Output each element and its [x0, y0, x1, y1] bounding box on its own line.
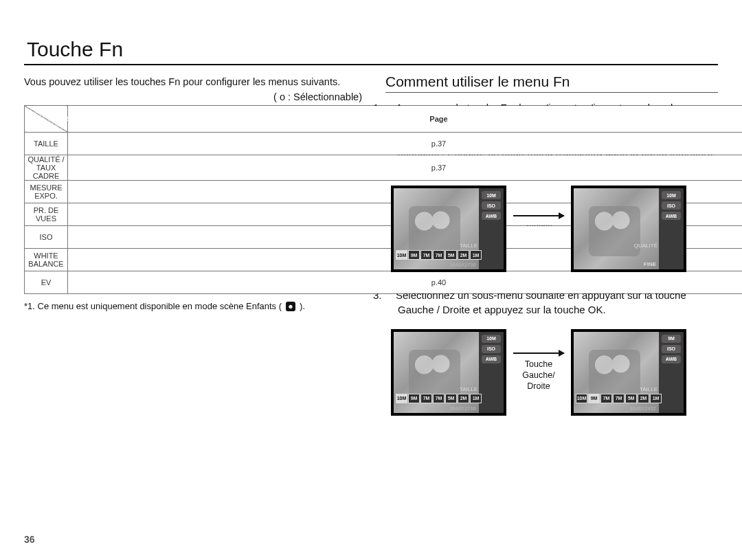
size-chip: 7M: [420, 394, 432, 403]
lcd-screen-4: 9M ISO AWB TAILLE 10M9M7M7M5M2M1M 3648X2…: [571, 329, 686, 416]
footnote-text-1: *1. Ce menu est uniquement disponible en…: [24, 301, 282, 311]
size-chip: 10M: [576, 394, 587, 403]
size-chip: 7M: [613, 394, 625, 403]
section-rule: [385, 92, 718, 93]
size-chip: 5M: [445, 250, 457, 260]
lcd-row-2: 10M ISO AWB TAILLE 10M9M7M7M5M2M1M 3648X…: [391, 329, 718, 416]
page-ref: p.37: [68, 155, 743, 181]
size-chip: 1M: [470, 250, 482, 260]
page-col-header: Page: [68, 106, 743, 133]
table-legend: ( o : Sélectionnable): [24, 91, 362, 102]
row-label: EV: [25, 271, 68, 294]
page-number: 36: [24, 534, 35, 545]
lcd-resolution: 3648X2736: [449, 262, 476, 267]
size-chip: 7M: [433, 250, 445, 260]
row-label: ISO: [25, 226, 68, 249]
page-ref: p.40: [68, 271, 743, 294]
size-chip: 9M: [408, 394, 420, 403]
arrow-right-icon: [513, 215, 564, 216]
size-chip: 1M: [650, 394, 662, 403]
size-chip: 9M: [588, 394, 600, 403]
size-chip: 1M: [470, 394, 482, 403]
badge-10m: 10M: [482, 191, 501, 199]
children-scene-icon: ☻: [286, 302, 295, 311]
size-chip: 5M: [445, 394, 457, 403]
caption-leftright: ToucheGauche/Droite: [522, 359, 554, 392]
page-ref: p.37: [68, 133, 743, 155]
size-chip: 9M: [408, 250, 420, 260]
row-label: MESUREEXPO.: [25, 181, 68, 203]
lcd-menu-label: TAILLE: [460, 243, 477, 250]
badge-awb: AWB: [482, 212, 501, 220]
size-chip: 5M: [625, 394, 637, 403]
row-label: PR. DEVUES: [25, 203, 68, 226]
footnote: *1. Ce menu est uniquement disponible en…: [24, 301, 374, 311]
row-label: TAILLE: [25, 133, 68, 155]
lcd-fine: FINE: [644, 261, 656, 267]
size-chip: 2M: [458, 250, 469, 260]
size-chip: 7M: [433, 394, 445, 403]
section-title: Comment utiliser le menu Fn: [385, 74, 718, 90]
size-chip: 7M: [600, 394, 612, 403]
lcd-screen-taille: 10M ISO AWB TAILLE 10M9M7M7M5M2M1M 3648X…: [391, 186, 506, 272]
size-chip: 2M: [458, 394, 469, 403]
lcd-menu-label-2: QUALITÉ: [634, 243, 657, 250]
size-chip: 10M: [396, 394, 407, 403]
lcd-screen-3: 10M ISO AWB TAILLE 10M9M7M7M5M2M1M 3648X…: [391, 329, 506, 416]
row-label: QUALITÉ /TAUX CADRE: [25, 155, 68, 181]
lcd-screen-qualite: 10M ISO AWB QUALITÉ FINE: [571, 186, 686, 272]
table-corner: [25, 106, 68, 133]
row-label: WHITEBALANCE: [25, 249, 68, 271]
footnote-text-2: ).: [300, 301, 305, 311]
intro-text: Vous pouvez utiliser les touches Fn pour…: [24, 76, 374, 87]
badge-iso: ISO: [482, 201, 501, 210]
size-chip: 7M: [420, 250, 432, 260]
arrow-right-icon: [513, 352, 564, 354]
page-title: Touche Fn: [27, 38, 718, 61]
size-chip: 10M: [396, 250, 407, 260]
size-chip: 2M: [638, 394, 649, 403]
title-rule: [24, 64, 718, 65]
